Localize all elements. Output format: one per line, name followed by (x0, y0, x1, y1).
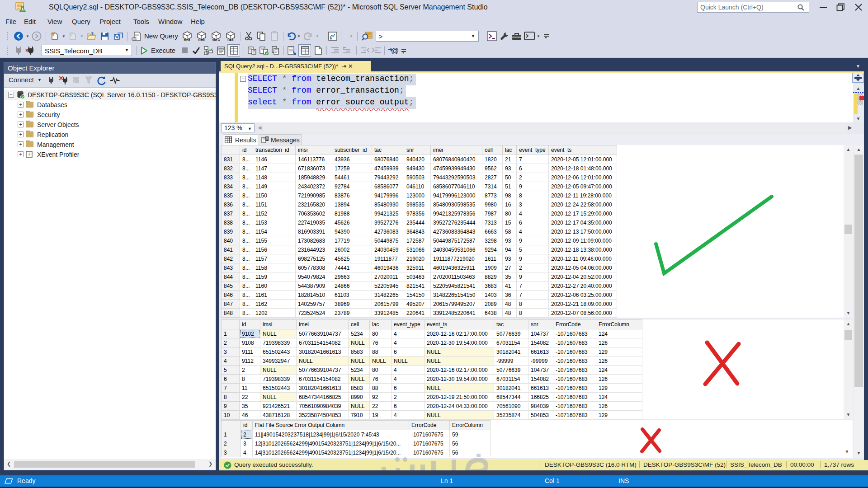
svg-text:2: 2 (343, 46, 344, 49)
svg-text:DAX: DAX (227, 38, 234, 42)
svg-text:DMX: DMX (198, 38, 205, 42)
svg-text:@: @ (391, 47, 399, 55)
svg-text:MDX: MDX (184, 38, 191, 42)
svg-text:XMLA: XMLA (212, 39, 221, 42)
